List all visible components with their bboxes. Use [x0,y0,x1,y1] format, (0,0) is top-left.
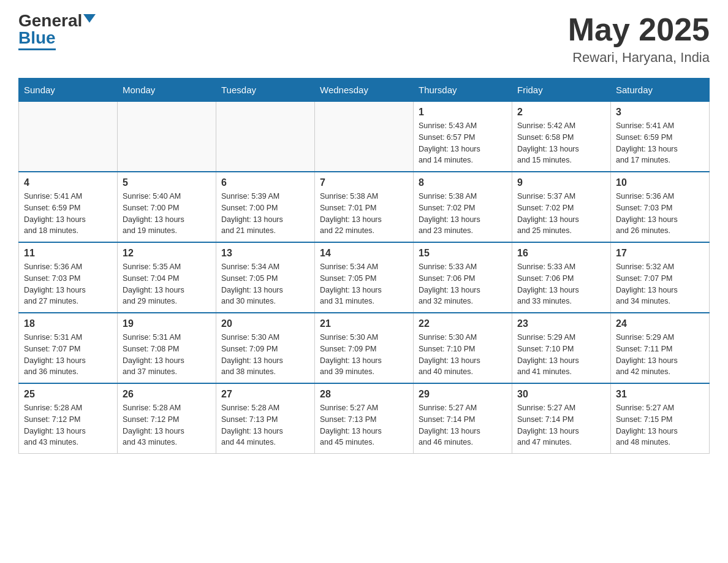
day-number: 7 [320,177,408,188]
day-number: 23 [517,318,605,329]
location-title: Rewari, Haryana, India [568,50,710,66]
day-info: Sunrise: 5:28 AMSunset: 7:13 PMDaylight:… [221,402,309,448]
calendar-day-cell [19,102,118,172]
day-number: 4 [24,177,112,188]
header-friday: Friday [512,79,611,102]
calendar-day-cell: 17Sunrise: 5:32 AMSunset: 7:07 PMDayligh… [611,242,710,313]
logo-blue-text: Blue [18,29,56,47]
calendar-day-cell: 3Sunrise: 5:41 AMSunset: 6:59 PMDaylight… [611,102,710,172]
calendar-day-cell: 12Sunrise: 5:35 AMSunset: 7:04 PMDayligh… [118,242,216,313]
calendar-day-cell: 7Sunrise: 5:38 AMSunset: 7:01 PMDaylight… [315,172,414,242]
calendar-day-cell [216,102,315,172]
day-number: 24 [616,318,704,329]
day-info: Sunrise: 5:35 AMSunset: 7:04 PMDaylight:… [123,261,211,307]
day-number: 30 [517,389,605,400]
day-info: Sunrise: 5:34 AMSunset: 7:05 PMDaylight:… [221,261,309,307]
logo: General Blue [18,12,96,50]
day-info: Sunrise: 5:36 AMSunset: 7:03 PMDaylight:… [24,261,112,307]
calendar-day-cell: 26Sunrise: 5:28 AMSunset: 7:12 PMDayligh… [118,383,216,454]
day-number: 8 [419,177,507,188]
calendar-day-cell: 13Sunrise: 5:34 AMSunset: 7:05 PMDayligh… [216,242,315,313]
day-info: Sunrise: 5:43 AMSunset: 6:57 PMDaylight:… [419,120,507,166]
header-tuesday: Tuesday [216,79,315,102]
logo-triangle-icon [83,14,96,23]
calendar-day-cell: 14Sunrise: 5:34 AMSunset: 7:05 PMDayligh… [315,242,414,313]
month-title: May 2025 [568,12,710,47]
day-number: 25 [24,389,112,400]
day-number: 21 [320,318,408,329]
calendar-day-cell: 31Sunrise: 5:27 AMSunset: 7:15 PMDayligh… [611,383,710,454]
calendar-day-cell: 23Sunrise: 5:29 AMSunset: 7:10 PMDayligh… [512,313,611,383]
day-number: 2 [517,107,605,118]
day-info: Sunrise: 5:37 AMSunset: 7:02 PMDaylight:… [517,191,605,237]
day-info: Sunrise: 5:39 AMSunset: 7:00 PMDaylight:… [221,191,309,237]
day-number: 20 [221,318,309,329]
day-number: 16 [517,248,605,259]
day-info: Sunrise: 5:28 AMSunset: 7:12 PMDaylight:… [24,402,112,448]
logo-general-text: General [18,12,82,29]
page-header: General Blue May 2025 Rewari, Haryana, I… [18,12,710,66]
day-info: Sunrise: 5:29 AMSunset: 7:11 PMDaylight:… [616,332,704,378]
calendar-day-cell: 11Sunrise: 5:36 AMSunset: 7:03 PMDayligh… [19,242,118,313]
calendar-day-cell: 30Sunrise: 5:27 AMSunset: 7:14 PMDayligh… [512,383,611,454]
calendar-day-cell: 2Sunrise: 5:42 AMSunset: 6:58 PMDaylight… [512,102,611,172]
day-number: 31 [616,389,704,400]
day-number: 18 [24,318,112,329]
header-wednesday: Wednesday [315,79,414,102]
day-info: Sunrise: 5:38 AMSunset: 7:01 PMDaylight:… [320,191,408,237]
day-info: Sunrise: 5:33 AMSunset: 7:06 PMDaylight:… [517,261,605,307]
calendar-day-cell: 29Sunrise: 5:27 AMSunset: 7:14 PMDayligh… [414,383,512,454]
day-info: Sunrise: 5:27 AMSunset: 7:13 PMDaylight:… [320,402,408,448]
day-info: Sunrise: 5:40 AMSunset: 7:00 PMDaylight:… [123,191,211,237]
calendar-day-cell: 19Sunrise: 5:31 AMSunset: 7:08 PMDayligh… [118,313,216,383]
day-number: 26 [123,389,211,400]
calendar-day-cell [315,102,414,172]
day-number: 22 [419,318,507,329]
header-thursday: Thursday [414,79,512,102]
calendar-day-cell: 10Sunrise: 5:36 AMSunset: 7:03 PMDayligh… [611,172,710,242]
calendar-day-cell: 5Sunrise: 5:40 AMSunset: 7:00 PMDaylight… [118,172,216,242]
calendar-day-cell: 16Sunrise: 5:33 AMSunset: 7:06 PMDayligh… [512,242,611,313]
header-saturday: Saturday [611,79,710,102]
calendar-day-cell: 25Sunrise: 5:28 AMSunset: 7:12 PMDayligh… [19,383,118,454]
day-number: 1 [419,107,507,118]
day-info: Sunrise: 5:30 AMSunset: 7:10 PMDaylight:… [419,332,507,378]
day-number: 12 [123,248,211,259]
day-info: Sunrise: 5:27 AMSunset: 7:14 PMDaylight:… [419,402,507,448]
calendar-day-cell: 18Sunrise: 5:31 AMSunset: 7:07 PMDayligh… [19,313,118,383]
calendar-week-row: 11Sunrise: 5:36 AMSunset: 7:03 PMDayligh… [19,242,710,313]
calendar-day-cell: 21Sunrise: 5:30 AMSunset: 7:09 PMDayligh… [315,313,414,383]
day-number: 15 [419,248,507,259]
calendar-week-row: 25Sunrise: 5:28 AMSunset: 7:12 PMDayligh… [19,383,710,454]
day-number: 13 [221,248,309,259]
calendar-header-row: SundayMondayTuesdayWednesdayThursdayFrid… [19,79,710,102]
day-number: 6 [221,177,309,188]
day-info: Sunrise: 5:38 AMSunset: 7:02 PMDaylight:… [419,191,507,237]
day-info: Sunrise: 5:27 AMSunset: 7:14 PMDaylight:… [517,402,605,448]
calendar-day-cell [118,102,216,172]
day-number: 9 [517,177,605,188]
day-number: 17 [616,248,704,259]
day-number: 27 [221,389,309,400]
day-info: Sunrise: 5:41 AMSunset: 6:59 PMDaylight:… [616,120,704,166]
calendar-day-cell: 22Sunrise: 5:30 AMSunset: 7:10 PMDayligh… [414,313,512,383]
day-info: Sunrise: 5:42 AMSunset: 6:58 PMDaylight:… [517,120,605,166]
calendar-day-cell: 20Sunrise: 5:30 AMSunset: 7:09 PMDayligh… [216,313,315,383]
day-info: Sunrise: 5:30 AMSunset: 7:09 PMDaylight:… [221,332,309,378]
day-info: Sunrise: 5:34 AMSunset: 7:05 PMDaylight:… [320,261,408,307]
calendar-table: SundayMondayTuesdayWednesdayThursdayFrid… [18,78,710,454]
day-info: Sunrise: 5:31 AMSunset: 7:08 PMDaylight:… [123,332,211,378]
logo-underline [18,48,56,50]
calendar-week-row: 4Sunrise: 5:41 AMSunset: 6:59 PMDaylight… [19,172,710,242]
day-info: Sunrise: 5:29 AMSunset: 7:10 PMDaylight:… [517,332,605,378]
calendar-day-cell: 27Sunrise: 5:28 AMSunset: 7:13 PMDayligh… [216,383,315,454]
calendar-day-cell: 4Sunrise: 5:41 AMSunset: 6:59 PMDaylight… [19,172,118,242]
title-section: May 2025 Rewari, Haryana, India [568,12,710,66]
day-info: Sunrise: 5:27 AMSunset: 7:15 PMDaylight:… [616,402,704,448]
calendar-day-cell: 15Sunrise: 5:33 AMSunset: 7:06 PMDayligh… [414,242,512,313]
calendar-week-row: 1Sunrise: 5:43 AMSunset: 6:57 PMDaylight… [19,102,710,172]
day-number: 19 [123,318,211,329]
calendar-day-cell: 28Sunrise: 5:27 AMSunset: 7:13 PMDayligh… [315,383,414,454]
day-number: 29 [419,389,507,400]
day-info: Sunrise: 5:32 AMSunset: 7:07 PMDaylight:… [616,261,704,307]
